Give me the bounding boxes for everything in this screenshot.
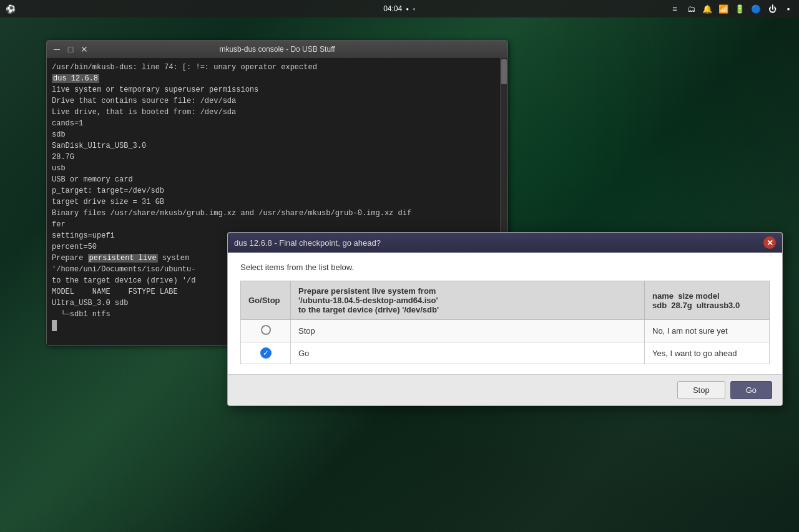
dialog-table-header: Go/Stop Prepare persistent live system f… — [241, 281, 770, 320]
radio-stop[interactable] — [261, 325, 271, 335]
taskbar-tray: ≡ 🗂 🔔 📶 🔋 🔵 ⏻ ▪ — [669, 3, 794, 14]
folder-icon: 🗂 — [685, 3, 697, 14]
dot-indicator-1: ● — [406, 6, 409, 12]
stop-button[interactable]: Stop — [677, 381, 725, 399]
more-icon: ▪ — [783, 3, 794, 14]
info-stop: No, I am not sure yet — [645, 320, 770, 342]
clock-display: 04:04 — [383, 4, 402, 13]
dialog-instruction: Select items from the list below. — [240, 263, 770, 272]
table-row-stop: Stop No, I am not sure yet — [241, 320, 770, 342]
bell-icon: 🔔 — [702, 3, 713, 14]
header-info-text: name size modelsdb 28.7g ultrausb3.0 — [652, 291, 740, 310]
terminal-line-1: /usr/bin/mkusb-dus: line 74: [: !=: unar… — [52, 63, 317, 72]
dialog-body: Select items from the list below. Go/Sto… — [228, 253, 782, 374]
wifi-icon: 📶 — [718, 3, 729, 14]
terminal-minimize-button[interactable]: ─ — [52, 44, 62, 54]
terminal-maximize-button[interactable]: □ — [66, 44, 76, 54]
table-row-go: ✓ Go Yes, I want to go ahead — [241, 342, 770, 364]
bluetooth-icon: 🔵 — [750, 3, 762, 14]
taskbar-app-icon: ⚽ — [5, 3, 16, 14]
dialog-footer: Stop Go — [228, 374, 782, 405]
radio-cell-stop[interactable] — [241, 320, 291, 342]
go-button[interactable]: Go — [730, 381, 772, 399]
header-description: Prepare persistent live system from'/ubu… — [291, 281, 645, 320]
terminal-window-controls: ─ □ ✕ — [52, 44, 89, 54]
dialog-titlebar: dus 12.6.8 - Final checkpoint, go ahead?… — [228, 233, 782, 253]
radio-go-checked[interactable]: ✓ — [260, 347, 272, 359]
terminal-title: mkusb-dus console - Do USB Stuff — [89, 45, 465, 54]
battery-icon: 🔋 — [734, 3, 745, 14]
header-desc-text: Prepare persistent live system from'/ubu… — [298, 286, 439, 314]
info-go: Yes, I want to go ahead — [645, 342, 770, 364]
checkpoint-dialog: dus 12.6.8 - Final checkpoint, go ahead?… — [227, 232, 783, 406]
label-go: Go — [291, 342, 645, 364]
label-stop: Stop — [291, 320, 645, 342]
header-info: name size modelsdb 28.7g ultrausb3.0 — [645, 281, 770, 320]
terminal-highlight-dus: dus 12.6.8 — [52, 74, 99, 83]
dialog-close-button[interactable]: ✕ — [763, 236, 776, 249]
terminal-titlebar: ─ □ ✕ mkusb-dus console - Do USB Stuff — [47, 41, 507, 58]
dialog-table: Go/Stop Prepare persistent live system f… — [240, 281, 770, 364]
power-icon: ⏻ — [767, 3, 778, 14]
radio-cell-go[interactable]: ✓ — [241, 342, 291, 364]
taskbar-time: 04:04 ● ● — [383, 4, 416, 13]
dot-indicator-2: ● — [413, 6, 416, 12]
header-go-stop: Go/Stop — [241, 281, 291, 320]
dialog-title: dus 12.6.8 - Final checkpoint, go ahead? — [234, 238, 381, 248]
soccer-icon: ⚽ — [5, 3, 16, 14]
terminal-scrollbar-thumb — [501, 59, 507, 84]
menu-icon: ≡ — [669, 3, 680, 14]
taskbar: ⚽ 04:04 ● ● ≡ 🗂 🔔 📶 🔋 🔵 ⏻ ▪ — [0, 0, 799, 17]
terminal-close-button[interactable]: ✕ — [79, 44, 89, 54]
terminal-highlight-persistent: persistent live — [88, 254, 158, 263]
